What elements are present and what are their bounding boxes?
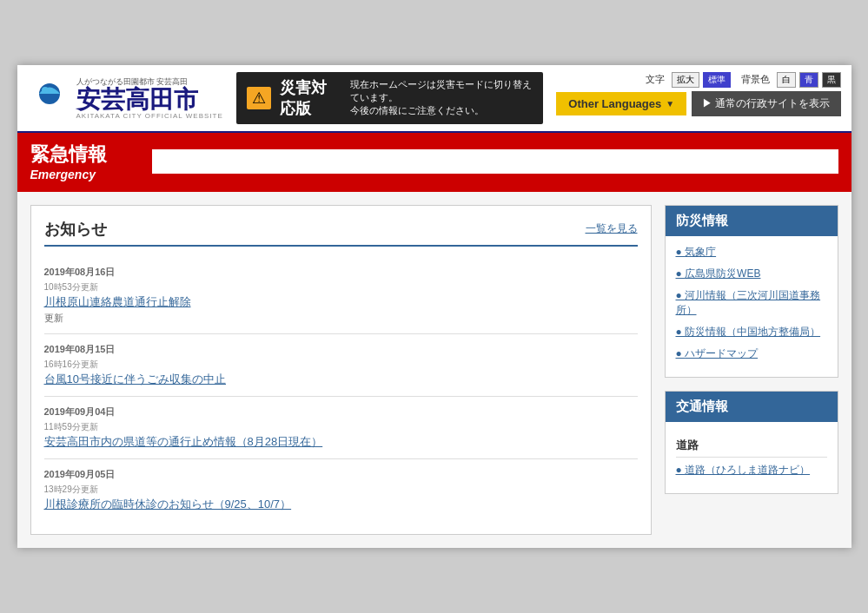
disaster-message-line1: 現在ホームページは災害モードに切り替えています。 bbox=[350, 78, 533, 105]
emergency-section: 緊急情報 Emergency bbox=[17, 133, 851, 192]
news-update: 11時59分更新 bbox=[44, 421, 638, 433]
traffic-info-header: 交通情報 bbox=[666, 392, 838, 422]
disaster-link-5[interactable]: ハザードマップ bbox=[676, 346, 827, 361]
news-date: 2019年08月15日 bbox=[44, 344, 116, 354]
city-logo-icon bbox=[28, 76, 71, 120]
news-update: 16時16分更新 bbox=[44, 359, 638, 371]
chevron-down-icon: ▼ bbox=[666, 99, 674, 109]
bg-blue-button[interactable]: 青 bbox=[799, 72, 818, 88]
emergency-title-en: Emergency bbox=[30, 168, 143, 181]
emergency-title-jp: 緊急情報 bbox=[30, 142, 143, 168]
road-subtitle: 道路 bbox=[676, 438, 827, 458]
logo-text: 人がつながる田園都市 安芸高田 安芸高田市 AKITAKATA CITY OFF… bbox=[76, 76, 223, 120]
traffic-info-body: 道路 道路（ひろしま道路ナビ） bbox=[666, 422, 838, 493]
emergency-row: 緊急情報 Emergency bbox=[30, 142, 838, 181]
font-controls: 文字 拡大 標準 背景色 白 青 黒 bbox=[646, 72, 841, 88]
disaster-info-section: 防災情報 気象庁 広島県防災WEB 河川情報（三次河川国道事務所） 防災情報（中… bbox=[665, 205, 838, 378]
main-content: お知らせ 一覧を見る 2019年08月16日 10時53分更新 川根原山連絡農道… bbox=[17, 192, 851, 549]
news-date: 2019年09月04日 bbox=[44, 406, 116, 417]
logo-subtitle: AKITAKATA CITY OFFICIAL WEBSITE bbox=[76, 112, 223, 120]
news-link[interactable]: 台風10号接近に伴うごみ収集の中止 bbox=[44, 372, 226, 386]
right-column: 防災情報 気象庁 広島県防災WEB 河川情報（三次河川国道事務所） 防災情報（中… bbox=[665, 205, 838, 536]
page-wrapper: 人がつながる田園都市 安芸高田 安芸高田市 AKITAKATA CITY OFF… bbox=[17, 65, 851, 549]
news-link[interactable]: 安芸高田市内の県道等の通行止め情報（8月28日現在） bbox=[44, 435, 323, 448]
normal-site-button[interactable]: ▶ 通常の行政サイトを表示 bbox=[692, 91, 840, 116]
disaster-link-4[interactable]: 防災情報（中国地方整備局） bbox=[676, 325, 827, 339]
disaster-info-body: 気象庁 広島県防災WEB 河川情報（三次河川国道事務所） 防災情報（中国地方整備… bbox=[666, 236, 838, 377]
header-right-controls: 文字 拡大 標準 背景色 白 青 黒 Other Languages ▼ ▶ 通… bbox=[556, 72, 840, 124]
action-buttons: Other Languages ▼ ▶ 通常の行政サイトを表示 bbox=[556, 91, 840, 116]
road-link-1[interactable]: 道路（ひろしま道路ナビ） bbox=[676, 463, 827, 478]
logo-city-name: 安芸高田市 bbox=[76, 88, 223, 112]
font-label: 文字 bbox=[646, 73, 665, 86]
svg-point-1 bbox=[42, 87, 49, 94]
news-meta: 2019年09月04日 bbox=[44, 405, 638, 419]
disaster-link-3[interactable]: 河川情報（三次河川国道事務所） bbox=[676, 288, 827, 318]
news-date: 2019年09月05日 bbox=[44, 469, 116, 479]
emergency-text: 緊急情報 Emergency bbox=[30, 142, 143, 181]
font-large-button[interactable]: 拡大 bbox=[672, 72, 699, 88]
site-header: 人がつながる田園都市 安芸高田 安芸高田市 AKITAKATA CITY OFF… bbox=[17, 65, 851, 133]
disaster-link-2[interactable]: 広島県防災WEB bbox=[676, 267, 827, 281]
disaster-info-header: 防災情報 bbox=[666, 206, 838, 236]
logo-area: 人がつながる田園都市 安芸高田 安芸高田市 AKITAKATA CITY OFF… bbox=[28, 72, 223, 124]
disaster-message-line2: 今後の情報にご注意ください。 bbox=[350, 104, 533, 117]
warning-icon: ⚠ bbox=[247, 87, 271, 109]
news-title: お知らせ bbox=[44, 219, 107, 240]
font-normal-button[interactable]: 標準 bbox=[703, 72, 731, 88]
disaster-link-1[interactable]: 気象庁 bbox=[676, 245, 827, 260]
bg-black-button[interactable]: 黒 bbox=[822, 72, 841, 88]
news-date: 2019年08月16日 bbox=[44, 267, 116, 277]
view-all-link[interactable]: 一覧を見る bbox=[586, 221, 638, 236]
news-header-row: お知らせ 一覧を見る bbox=[44, 219, 638, 247]
news-category: 更新 bbox=[44, 312, 638, 325]
language-button[interactable]: Other Languages ▼ bbox=[556, 92, 686, 115]
news-update: 10時53分更新 bbox=[44, 281, 638, 293]
list-item: 2019年08月16日 10時53分更新 川根原山連絡農道通行止解除 更新 bbox=[44, 257, 638, 334]
news-link[interactable]: 川根原山連絡農道通行止解除 bbox=[44, 295, 191, 308]
disaster-banner: ⚠ 災害対応版 現在ホームページは災害モードに切り替えています。 今後の情報にご… bbox=[236, 72, 544, 124]
news-update: 13時29分更新 bbox=[44, 484, 638, 496]
bg-label: 背景色 bbox=[741, 73, 770, 86]
list-item: 2019年09月04日 11時59分更新 安芸高田市内の県道等の通行止め情報（8… bbox=[44, 397, 638, 459]
news-section: お知らせ 一覧を見る 2019年08月16日 10時53分更新 川根原山連絡農道… bbox=[30, 205, 652, 536]
news-meta: 2019年08月16日 bbox=[44, 266, 638, 279]
disaster-title: 災害対応版 bbox=[280, 77, 342, 119]
news-link[interactable]: 川根診療所の臨時休診のお知らせ（9/25、10/7） bbox=[44, 498, 292, 511]
list-item: 2019年08月15日 16時16分更新 台風10号接近に伴うごみ収集の中止 bbox=[44, 334, 638, 397]
disaster-message: 現在ホームページは災害モードに切り替えています。 今後の情報にご注意ください。 bbox=[350, 78, 533, 118]
traffic-info-section: 交通情報 道路 道路（ひろしま道路ナビ） bbox=[665, 391, 838, 494]
bg-white-button[interactable]: 白 bbox=[777, 72, 796, 88]
news-meta: 2019年09月05日 bbox=[44, 468, 638, 481]
news-meta: 2019年08月15日 bbox=[44, 343, 638, 356]
emergency-content-area bbox=[152, 149, 838, 174]
list-item: 2019年09月05日 13時29分更新 川根診療所の臨時休診のお知らせ（9/2… bbox=[44, 459, 638, 521]
